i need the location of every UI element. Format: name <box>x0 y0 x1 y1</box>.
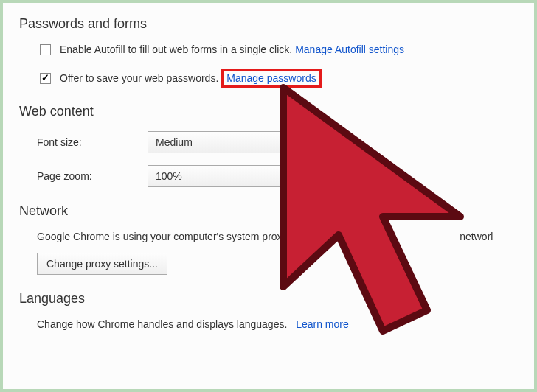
section-title-network: Network <box>19 203 518 219</box>
change-proxy-label: Change proxy settings... <box>46 258 158 270</box>
page-zoom-select[interactable]: 100% <box>148 165 295 187</box>
section-languages: Languages Change how Chrome handles and … <box>19 291 518 330</box>
change-proxy-button[interactable]: Change proxy settings... <box>37 253 167 275</box>
manage-passwords-link[interactable]: Manage passwords <box>226 72 316 84</box>
font-size-value: Medium <box>156 136 193 148</box>
page-zoom-label: Page zoom: <box>37 170 148 182</box>
network-desc-part2: on <box>369 231 381 242</box>
network-desc-part1: Google Chrome is using your computer's s… <box>37 231 304 242</box>
autofill-checkbox[interactable] <box>40 44 51 55</box>
font-size-label: Font size: <box>37 136 148 148</box>
manage-autofill-link[interactable]: Manage Autofill settings <box>295 43 404 55</box>
save-passwords-checkbox[interactable] <box>40 73 51 84</box>
network-description: Google Chrome is using your computer's s… <box>37 231 518 242</box>
settings-panel: Passwords and forms Enable Autofill to f… <box>3 3 534 389</box>
languages-description: Change how Chrome handles and displays l… <box>37 318 287 330</box>
manage-passwords-highlight: Manage passwords <box>221 69 321 88</box>
section-web-content: Web content Font size: Medium Cu Page zo… <box>19 104 518 187</box>
section-passwords-forms: Passwords and forms Enable Autofill to f… <box>19 16 518 88</box>
page-zoom-row: Page zoom: 100% <box>37 165 518 187</box>
autofill-row: Enable Autofill to fill out web forms in… <box>40 43 518 55</box>
section-network: Network Google Chrome is using your comp… <box>19 203 518 275</box>
customize-fonts-button[interactable]: Cu <box>304 131 336 153</box>
section-title-languages: Languages <box>19 291 518 307</box>
save-passwords-label: Offer to save your web passwords. <box>60 72 218 84</box>
section-title-passwords: Passwords and forms <box>19 16 518 32</box>
font-size-select[interactable]: Medium <box>148 131 295 153</box>
languages-learn-more-link[interactable]: Learn more <box>296 318 349 330</box>
save-passwords-row: Offer to save your web passwords. Manage… <box>40 69 518 88</box>
section-title-web-content: Web content <box>19 104 518 119</box>
customize-fonts-label: Cu <box>313 136 327 148</box>
languages-description-row: Change how Chrome handles and displays l… <box>37 318 518 330</box>
font-size-row: Font size: Medium Cu <box>37 131 518 153</box>
page-zoom-value: 100% <box>156 170 182 182</box>
autofill-label: Enable Autofill to fill out web forms in… <box>60 43 292 55</box>
network-desc-part3: networl <box>460 231 493 242</box>
